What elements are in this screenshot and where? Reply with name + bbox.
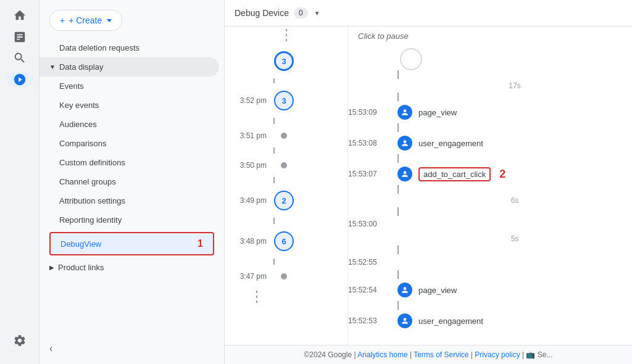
nav-item-data-deletion[interactable]: Data deletion requests <box>40 38 219 57</box>
nav-item-debugview[interactable]: DebugView 1 <box>49 232 214 255</box>
time-351: 3:51 pm <box>235 131 267 140</box>
time-352: 3:52 pm <box>235 96 267 105</box>
timeline-node-352[interactable]: 3 <box>274 91 294 110</box>
timeline-dotted-bottom <box>235 288 338 305</box>
event-row-5255: 15:52:55 <box>348 258 632 267</box>
nav-header: + + Create <box>40 0 224 36</box>
nav-item-data-display[interactable]: ▼ Data display <box>40 57 219 77</box>
product-links-label: Product links <box>58 263 104 272</box>
gap-5s: 5s <box>397 232 632 246</box>
nav-item-product-links[interactable]: ▶ Product links <box>40 258 219 277</box>
event-name-5253: user_engagement <box>418 316 483 326</box>
event-name-5254: page_view <box>418 286 457 295</box>
timeline-dot-347 <box>281 273 287 279</box>
gap-connector-5s <box>397 246 399 254</box>
gap-17s: 17s <box>397 79 632 93</box>
nav-item-attribution-settings[interactable]: Attribution settings <box>40 191 219 210</box>
event-time-2: 15:53:08 <box>348 139 391 147</box>
connector-5 <box>273 218 275 224</box>
sidebar-icons <box>0 0 40 364</box>
gap-connector-6s <box>397 207 399 216</box>
nav-item-channel-groups[interactable]: Channel groups <box>40 172 219 191</box>
timeline-dot-351 <box>281 133 287 139</box>
gear-icon[interactable] <box>6 327 33 354</box>
click-to-pause-text[interactable]: Click to pause <box>348 27 632 46</box>
analytics-icon[interactable] <box>6 29 33 46</box>
timeline-node-349[interactable]: 2 <box>274 191 294 210</box>
create-label: + Create <box>69 15 102 25</box>
badge-2-label: 2 <box>499 168 505 181</box>
footer: ©2024 Google | Analytics home | Terms of… <box>225 345 632 364</box>
debug-area: 3 3:52 pm 3 3:51 pm 3:50 pm <box>225 27 632 364</box>
top-connector <box>397 70 399 79</box>
event-time-1: 15:53:09 <box>348 108 391 117</box>
privacy-link[interactable]: Privacy policy <box>475 350 520 359</box>
user-icon-2 <box>397 136 412 151</box>
create-button[interactable]: + + Create <box>49 10 122 31</box>
event-row-3: 15:53:07 add_to_cart_click 2 <box>348 167 632 181</box>
debug-header: Debug Device 0 ▼ <box>225 0 632 27</box>
create-dropdown-arrow <box>107 19 112 22</box>
collapse-icon: ‹ <box>49 343 52 354</box>
event-name-3-highlighted[interactable]: add_to_cart_click <box>418 167 491 181</box>
event-connector-5255 <box>397 270 399 279</box>
event-panel: Click to pause 17s 15:53:09 page_view 15… <box>348 27 632 364</box>
timeline-node-top[interactable]: 3 <box>274 51 294 71</box>
connector-1 <box>273 78 275 83</box>
expand-icon: ▼ <box>49 64 56 70</box>
event-time-5253: 15:52:53 <box>348 316 391 325</box>
event-connector-5254 <box>397 301 399 310</box>
timeline-item-349: 3:49 pm 2 <box>235 191 338 210</box>
connector-4 <box>273 177 275 183</box>
gap-6s: 6s <box>397 194 632 207</box>
timeline-dot-350 <box>281 162 287 168</box>
event-time-5254: 15:52:54 <box>348 286 391 294</box>
event-row-5253: 15:52:53 user_engagement <box>348 313 632 328</box>
gap-connector-17s <box>397 93 399 101</box>
event-connector-1 <box>397 123 399 132</box>
debug-dropdown-icon[interactable]: ▼ <box>314 10 320 17</box>
timeline-node-348[interactable]: 6 <box>274 231 294 251</box>
timeline-item-top: 3 <box>235 51 338 71</box>
nav-item-key-events[interactable]: Key events <box>40 96 219 115</box>
time-350: 3:50 pm <box>235 161 267 170</box>
timeline-item-347: 3:47 pm <box>235 272 338 281</box>
search-analytics-icon[interactable] <box>6 50 33 67</box>
event-name-2: user_engagement <box>418 139 483 148</box>
nav-item-events[interactable]: Events <box>40 77 219 96</box>
timeline-item-352: 3:52 pm 3 <box>235 91 338 110</box>
analytics-home-link[interactable]: Analytics home <box>357 350 407 359</box>
timeline-column: 3 3:52 pm 3 3:51 pm 3:50 pm <box>225 27 348 364</box>
timeline-dotted-top <box>235 27 338 44</box>
event-time-5255: 15:52:55 <box>348 258 391 267</box>
user-icon-5254 <box>397 283 412 297</box>
event-time-empty: 15:53:00 <box>348 220 391 228</box>
event-time-3: 15:53:07 <box>348 170 391 178</box>
nav-item-reporting-identity[interactable]: Reporting identity <box>40 210 219 230</box>
event-row-5254: 15:52:54 page_view <box>348 283 632 297</box>
debug-badge: 0 <box>294 7 308 19</box>
terms-link[interactable]: Terms of Service <box>414 350 468 359</box>
timeline-item-348: 3:48 pm 6 <box>235 231 338 251</box>
home-icon[interactable] <box>6 7 33 24</box>
copyright-text: ©2024 Google <box>304 350 352 359</box>
nav-item-custom-definitions[interactable]: Custom definitions <box>40 153 219 172</box>
settings-active-icon[interactable] <box>6 72 33 88</box>
time-348: 3:48 pm <box>235 237 267 246</box>
collapse-button[interactable]: ‹ <box>49 343 52 354</box>
event-row-empty: 15:53:00 <box>348 220 632 228</box>
create-plus-icon: + <box>60 15 65 25</box>
timeline-item-350: 3:50 pm <box>235 161 338 170</box>
dotted-line <box>286 29 287 41</box>
nav-footer: ‹ <box>40 338 224 359</box>
user-icon-5253 <box>397 313 412 328</box>
debugview-label: DebugView <box>60 239 101 249</box>
nav-item-audiences[interactable]: Audiences <box>40 115 219 134</box>
footer-more: 📺 Se... <box>526 350 552 359</box>
event-name-1: page_view <box>418 108 457 117</box>
node-count-top: 3 <box>281 57 286 66</box>
nav-section: Data deletion requests ▼ Data display Ev… <box>40 36 224 279</box>
debug-device-label: Debug Device <box>235 8 289 18</box>
nav-item-comparisons[interactable]: Comparisons <box>40 134 219 153</box>
nav-panel: + + Create Data deletion requests ▼ Data… <box>40 0 225 364</box>
